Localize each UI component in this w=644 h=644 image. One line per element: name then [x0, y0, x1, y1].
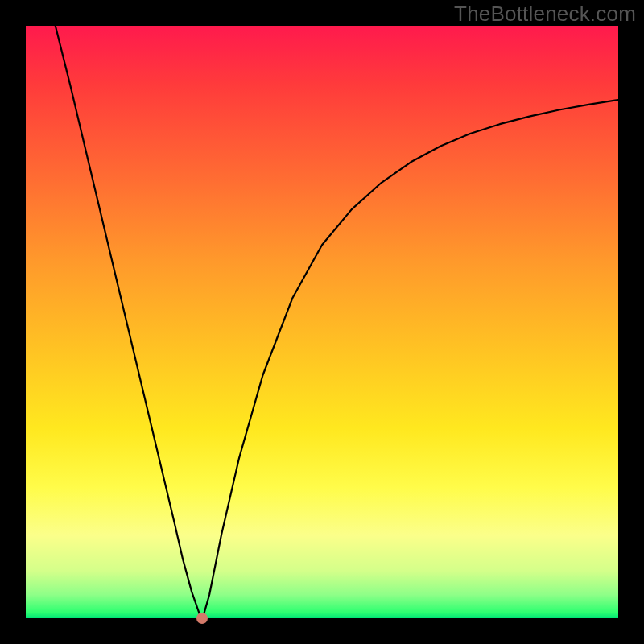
- data-curve: [56, 26, 618, 615]
- plot-area: [26, 26, 618, 618]
- minimum-marker: [196, 613, 208, 624]
- curve-layer: [26, 26, 618, 618]
- chart-container: TheBottleneck.com: [0, 0, 644, 644]
- watermark-label: TheBottleneck.com: [454, 2, 636, 27]
